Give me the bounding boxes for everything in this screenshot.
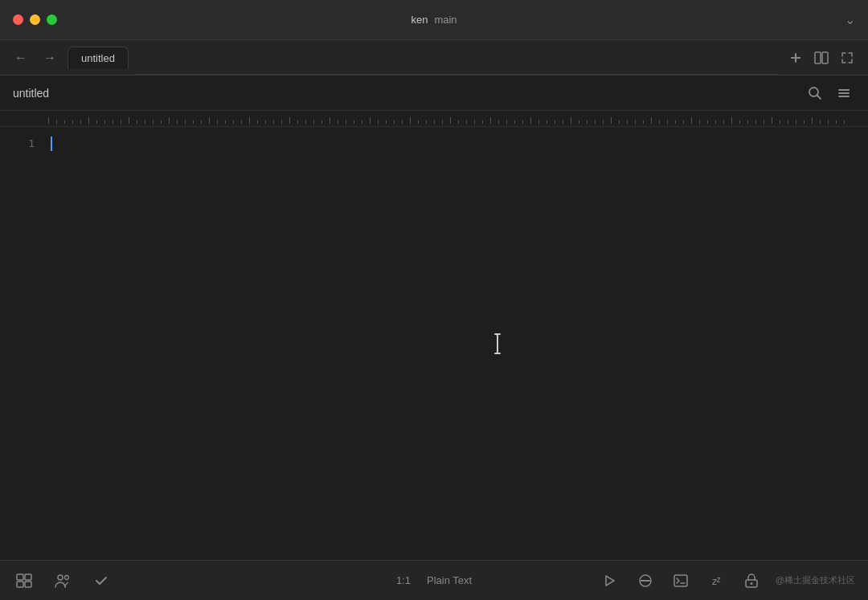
svg-rect-9 bbox=[25, 582, 31, 587]
back-button[interactable]: ← bbox=[10, 47, 32, 69]
cursor-line bbox=[51, 135, 862, 153]
branch-name: main bbox=[434, 14, 457, 26]
app-name: ken bbox=[411, 14, 428, 26]
editor-area[interactable]: 1 bbox=[0, 127, 868, 560]
no-entry-icon[interactable] bbox=[634, 569, 657, 592]
ruler bbox=[0, 111, 868, 127]
svg-rect-14 bbox=[674, 575, 687, 586]
tools-button[interactable] bbox=[833, 82, 855, 104]
title-bar: ken main ⌄ bbox=[0, 0, 868, 40]
editor-content[interactable] bbox=[44, 127, 868, 560]
forward-button[interactable]: → bbox=[39, 47, 61, 69]
people-icon[interactable] bbox=[51, 569, 74, 592]
layout-icon[interactable] bbox=[13, 569, 35, 592]
svg-marker-12 bbox=[606, 576, 614, 586]
svg-point-18 bbox=[750, 582, 752, 585]
maximize-button[interactable] bbox=[47, 14, 57, 25]
svg-rect-6 bbox=[17, 574, 23, 580]
i-beam-cursor-icon bbox=[489, 331, 506, 357]
status-bar: 1:1 Plain Text z z bbox=[0, 560, 868, 600]
status-left bbox=[13, 569, 113, 592]
svg-point-11 bbox=[65, 575, 69, 579]
add-tab-button[interactable] bbox=[784, 47, 807, 69]
play-icon[interactable] bbox=[599, 569, 621, 592]
language-selector[interactable]: Plain Text bbox=[427, 574, 472, 586]
tab-spacer bbox=[135, 40, 778, 75]
ruler-marks bbox=[48, 111, 820, 126]
sleep-icon[interactable]: z z bbox=[705, 569, 727, 592]
close-button[interactable] bbox=[13, 14, 23, 25]
svg-rect-8 bbox=[17, 582, 23, 587]
tab-actions bbox=[784, 47, 858, 69]
expand-button[interactable] bbox=[836, 47, 858, 69]
cursor-position: 1:1 bbox=[396, 574, 411, 586]
svg-point-4 bbox=[840, 92, 841, 94]
active-tab[interactable]: untitled bbox=[68, 47, 129, 69]
chevron-down-icon[interactable]: ⌄ bbox=[845, 12, 855, 27]
editor-header-actions bbox=[804, 82, 855, 104]
lock-icon[interactable] bbox=[740, 569, 763, 592]
text-cursor bbox=[51, 137, 52, 151]
tab-bar: ← → untitled bbox=[0, 40, 868, 76]
status-right: z z @稀土掘金技术社区 bbox=[599, 569, 855, 592]
line-number-1: 1 bbox=[28, 135, 35, 153]
svg-rect-0 bbox=[815, 52, 821, 63]
editor-file-title: untitled bbox=[13, 87, 49, 100]
svg-point-5 bbox=[845, 96, 846, 97]
traffic-lights bbox=[13, 14, 57, 25]
svg-text:z: z bbox=[716, 575, 721, 584]
check-icon[interactable] bbox=[90, 569, 113, 592]
line-numbers: 1 bbox=[0, 127, 44, 560]
editor-header: untitled bbox=[0, 76, 868, 111]
svg-point-3 bbox=[848, 89, 850, 91]
svg-rect-1 bbox=[822, 52, 828, 63]
svg-point-2 bbox=[809, 88, 818, 96]
status-center: 1:1 Plain Text bbox=[396, 574, 472, 586]
svg-point-10 bbox=[58, 575, 63, 580]
terminal-icon[interactable] bbox=[669, 569, 692, 592]
title-bar-text: ken main bbox=[411, 14, 457, 26]
minimize-button[interactable] bbox=[30, 14, 40, 25]
watermark: @稀土掘金技术社区 bbox=[776, 574, 855, 586]
split-view-button[interactable] bbox=[810, 47, 833, 69]
watermark-text: @稀土掘金技术社区 bbox=[776, 574, 855, 586]
search-button[interactable] bbox=[804, 82, 826, 104]
svg-rect-7 bbox=[25, 574, 31, 580]
